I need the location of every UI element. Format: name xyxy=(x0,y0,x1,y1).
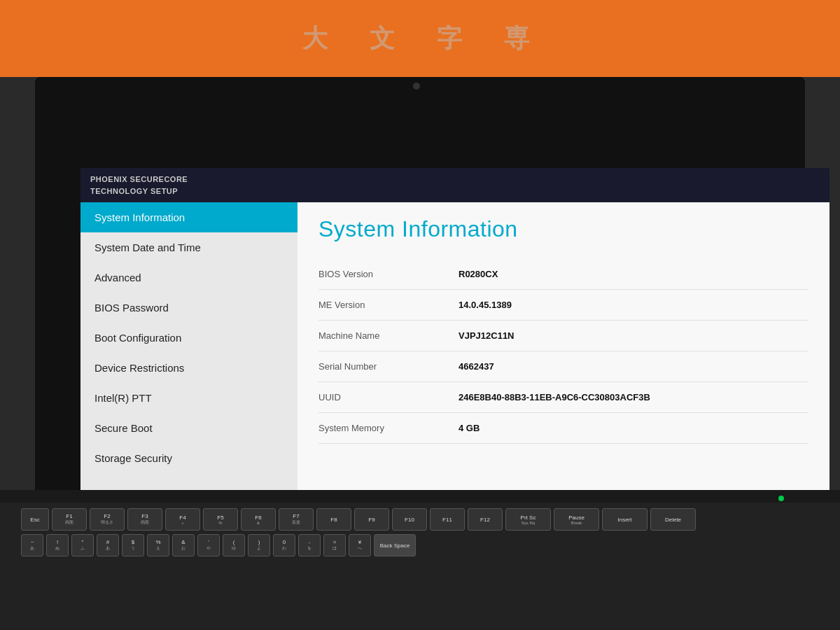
key-f4[interactable]: F4+ xyxy=(165,508,200,531)
table-row: Machine Name VJPJ12C11N xyxy=(318,321,808,351)
info-value: 4662437 xyxy=(458,351,808,382)
key-5[interactable]: %え xyxy=(147,534,169,556)
key-esc[interactable]: Esc xyxy=(21,508,49,531)
key-minus[interactable]: -を xyxy=(298,534,321,556)
table-row: BIOS Version R0280CX xyxy=(318,259,808,290)
sidebar-item-boot-configuration[interactable]: Boot Configuration xyxy=(80,323,298,353)
key-f7[interactable]: F7音楽 xyxy=(279,508,314,531)
bios-content: System Information BIOS Version R0280CX … xyxy=(298,202,830,533)
key-f5[interactable]: F5% xyxy=(203,508,238,531)
content-title: System Information xyxy=(318,216,808,242)
table-row: Serial Number 4662437 xyxy=(318,351,808,382)
screen-bezel: PHOENIX SECURECORE TECHNOLOGY SETUP Syst… xyxy=(35,77,805,490)
key-2[interactable]: "ふ xyxy=(71,534,94,556)
info-value: 4 GB xyxy=(458,413,808,444)
vendor-subtitle: TECHNOLOGY SETUP xyxy=(90,186,820,197)
sidebar-item-bios-password[interactable]: BIOS Password xyxy=(80,293,298,323)
key-f12[interactable]: F12 xyxy=(468,508,503,531)
vendor-title: PHOENIX SECURECORE xyxy=(90,174,820,186)
key-f10[interactable]: F10 xyxy=(392,508,427,531)
table-row: System Memory 4 GB xyxy=(318,413,808,444)
sidebar-item-device-restrictions[interactable]: Device Restrictions xyxy=(80,353,298,383)
key-prtsc[interactable]: Prt ScSys Rq xyxy=(505,508,551,531)
key-row-fn: Esc F1画面 F2明るさ F3画面 F4+ F5% F6& F7音楽 F8 … xyxy=(21,508,819,531)
banner-decoration: 大 文 字 専 xyxy=(302,22,538,56)
key-0[interactable]: 0わ xyxy=(273,534,295,556)
info-label: UUID xyxy=(318,382,458,413)
table-row: ME Version 14.0.45.1389 xyxy=(318,290,808,321)
sidebar-item-intel-ptt[interactable]: Intel(R) PTT xyxy=(80,383,298,413)
sidebar-item-system-information[interactable]: System Information xyxy=(80,202,298,232)
bios-sidebar: System InformationSystem Date and TimeAd… xyxy=(80,202,298,533)
keyboard-top-bar xyxy=(0,490,840,503)
top-banner: 大 文 字 専 xyxy=(0,0,840,77)
sidebar-item-advanced[interactable]: Advanced xyxy=(80,262,298,293)
keyboard-area: Esc F1画面 F2明るさ F3画面 F4+ F5% F6& F7音楽 F8 … xyxy=(0,490,840,630)
bios-main: System InformationSystem Date and TimeAd… xyxy=(80,202,830,533)
key-equals[interactable]: =ほ xyxy=(323,534,346,556)
info-label: BIOS Version xyxy=(318,259,458,290)
bios-header: PHOENIX SECURECORE TECHNOLOGY SETUP xyxy=(80,168,830,202)
info-value: 14.0.45.1389 xyxy=(458,290,808,321)
key-yen[interactable]: ¥へ xyxy=(349,534,371,556)
webcam xyxy=(413,83,420,90)
info-value: 246E8B40-88B3-11EB-A9C6-CC30803ACF3B xyxy=(458,382,808,413)
key-row-numbers: ~あ !ぬ "ふ #あ $う %え &お 'や (ゆ )よ 0わ -を =ほ ¥… xyxy=(21,534,819,556)
key-backspace[interactable]: Back Space xyxy=(374,534,416,556)
key-4[interactable]: $う xyxy=(122,534,144,556)
key-f9[interactable]: F9 xyxy=(354,508,389,531)
key-f11[interactable]: F11 xyxy=(430,508,465,531)
key-f2[interactable]: F2明るさ xyxy=(90,508,125,531)
power-indicator xyxy=(778,496,784,501)
key-f6[interactable]: F6& xyxy=(241,508,276,531)
info-label: System Memory xyxy=(318,413,458,444)
key-6[interactable]: &お xyxy=(172,534,195,556)
sidebar-item-secure-boot[interactable]: Secure Boot xyxy=(80,413,298,443)
key-1[interactable]: !ぬ xyxy=(46,534,69,556)
key-9[interactable]: )よ xyxy=(248,534,270,556)
key-7[interactable]: 'や xyxy=(197,534,220,556)
key-f1[interactable]: F1画面 xyxy=(52,508,87,531)
key-pause[interactable]: PauseBreak xyxy=(554,508,599,531)
info-label: Machine Name xyxy=(318,321,458,351)
key-3[interactable]: #あ xyxy=(97,534,119,556)
keyboard-body: Esc F1画面 F2明るさ F3画面 F4+ F5% F6& F7音楽 F8 … xyxy=(0,503,840,562)
info-label: Serial Number xyxy=(318,351,458,382)
info-label: ME Version xyxy=(318,290,458,321)
key-delete[interactable]: Delete xyxy=(650,508,696,531)
laptop-frame: 大 文 字 専 PHOENIX SECURECORE TECHNOLOGY SE… xyxy=(0,0,840,630)
table-row: UUID 246E8B40-88B3-11EB-A9C6-CC30803ACF3… xyxy=(318,382,808,413)
sidebar-item-storage-security[interactable]: Storage Security xyxy=(80,443,298,473)
info-value: VJPJ12C11N xyxy=(458,321,808,351)
key-8[interactable]: (ゆ xyxy=(223,534,245,556)
info-table: BIOS Version R0280CX ME Version 14.0.45.… xyxy=(318,259,808,444)
key-f3[interactable]: F3画面 xyxy=(127,508,162,531)
info-value: R0280CX xyxy=(458,259,808,290)
sidebar-item-system-date-time[interactable]: System Date and Time xyxy=(80,232,298,262)
key-tilde[interactable]: ~あ xyxy=(21,534,43,556)
key-f8[interactable]: F8 xyxy=(316,508,351,531)
key-insert[interactable]: Insert xyxy=(602,508,648,531)
